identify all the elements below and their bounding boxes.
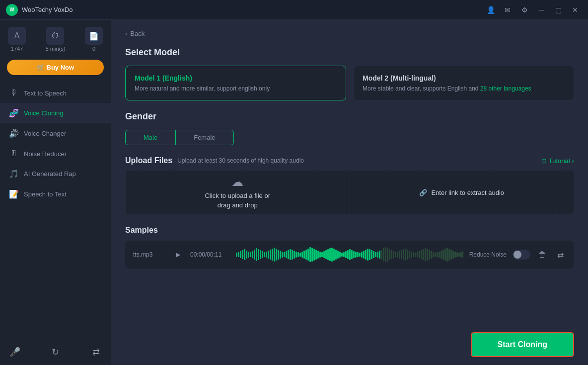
file-icon: 📄	[85, 27, 103, 45]
shuffle-sample-button[interactable]: ⇄	[554, 250, 566, 260]
app-title: WooTechy VoxDo	[22, 6, 73, 13]
delete-sample-button[interactable]: 🗑	[536, 250, 548, 259]
upload-header-left: Upload Files Upload at least 30 seconds …	[125, 156, 304, 165]
play-button[interactable]: ▶	[171, 248, 184, 261]
loop-icon[interactable]: ↻	[48, 344, 64, 360]
select-model-title: Select Model	[125, 47, 574, 58]
close-icon[interactable]: ✕	[568, 3, 582, 17]
waveform	[236, 246, 463, 264]
maximize-icon[interactable]: ▢	[551, 3, 565, 17]
speech-text-icon: 📝	[9, 189, 19, 199]
ai-rap-icon: 🎵	[9, 169, 19, 179]
back-label: Back	[130, 30, 145, 37]
toggle-knob	[514, 251, 521, 259]
back-chevron-icon: ‹	[125, 30, 127, 37]
sidebar-item-voice-changer[interactable]: 🔊 Voice Changer	[0, 123, 111, 144]
tutorial-chevron-icon: ›	[572, 157, 574, 165]
main-panel: ‹ Back Select Model Model 1 (English) Mo…	[111, 20, 588, 365]
buy-now-button[interactable]: 🛒 Buy Now	[7, 60, 104, 75]
stat-characters: A 1747	[8, 27, 26, 52]
minimize-icon[interactable]: ─	[534, 3, 548, 17]
time-icon: ⏱	[46, 27, 64, 45]
ai-rap-label: AI Generated Rap	[24, 170, 76, 178]
mail-icon[interactable]: ✉	[501, 3, 514, 17]
stat-time: ⏱ 5 min(s)	[46, 27, 66, 52]
upload-text: Click to upload a file ordrag and drop	[205, 191, 270, 210]
samples-title: Samples	[125, 226, 574, 235]
noise-reducer-label: Noise Reducer	[24, 150, 67, 158]
upload-dropzone[interactable]: ☁ Click to upload a file ordrag and drop…	[125, 170, 574, 215]
model2-title: Model 2 (Multi-lingual)	[363, 74, 565, 82]
voice-cloning-label: Voice Cloning	[24, 109, 64, 117]
tutorial-label: Tutorial	[549, 157, 570, 165]
model1-desc: More natural and more similar, support e…	[135, 85, 337, 92]
sample-filename: tts.mp3	[133, 251, 165, 258]
file-value: 0	[92, 46, 95, 52]
title-bar: W WooTechy VoxDo 👤 ✉ ⚙ ─ ▢ ✕	[0, 0, 588, 20]
noise-reducer-icon: 🎚	[9, 149, 19, 158]
main-layout: A 1747 ⏱ 5 min(s) 📄 0 🛒 Buy Now 🎙 Text t…	[0, 20, 588, 365]
tutorial-link[interactable]: ⊡ Tutorial ›	[541, 157, 574, 165]
voice-cloning-icon: 🧬	[9, 108, 19, 118]
upload-title: Upload Files	[125, 156, 172, 165]
upload-header: Upload Files Upload at least 30 seconds …	[125, 156, 574, 165]
char-icon: A	[8, 27, 26, 45]
upload-cloud-icon: ☁	[231, 175, 243, 189]
footer-bar: Start Cloning	[457, 324, 588, 365]
back-button[interactable]: ‹ Back	[125, 30, 574, 37]
text-to-speech-icon: 🎙	[9, 89, 19, 97]
voice-changer-label: Voice Changer	[24, 130, 66, 137]
reduce-noise-toggle[interactable]	[513, 250, 530, 260]
sidebar-item-ai-generated-rap[interactable]: 🎵 AI Generated Rap	[0, 164, 111, 184]
upload-link-area[interactable]: 🔗 Enter link to extract audio	[350, 171, 574, 214]
sidebar-nav: 🎙 Text to Speech 🧬 Voice Cloning 🔊 Voice…	[0, 81, 111, 339]
model-card-1[interactable]: Model 1 (English) More natural and more …	[125, 66, 346, 100]
sidebar: A 1747 ⏱ 5 min(s) 📄 0 🛒 Buy Now 🎙 Text t…	[0, 20, 111, 365]
sidebar-item-speech-to-text[interactable]: 📝 Speech to Text	[0, 184, 111, 204]
upload-section: Upload Files Upload at least 30 seconds …	[125, 156, 574, 215]
gender-tab-female[interactable]: Female	[176, 130, 233, 145]
shuffle-icon[interactable]: ⇄	[88, 344, 104, 360]
sidebar-bottom: 🎤 ↻ ⇄	[0, 339, 111, 365]
upload-link-text: Enter link to extract audio	[431, 189, 504, 196]
voice-changer-icon: 🔊	[9, 129, 19, 138]
reduce-noise-label: Reduce Noise	[469, 251, 507, 258]
sample-row: tts.mp3 ▶ 00:00/00:11 Reduce Noise 🗑 ⇄	[125, 241, 574, 269]
gender-tab-male[interactable]: Male	[126, 130, 176, 145]
start-cloning-button[interactable]: Start Cloning	[471, 332, 574, 357]
upload-hint: Upload at least 30 seconds of high quali…	[177, 157, 304, 164]
user-icon[interactable]: 👤	[484, 3, 498, 17]
stat-files: 📄 0	[85, 27, 103, 52]
settings-icon[interactable]: ⚙	[517, 3, 531, 17]
app-logo: W	[6, 4, 18, 16]
other-languages-link[interactable]: 28 other languages	[480, 85, 531, 92]
time-value: 5 min(s)	[46, 46, 66, 52]
link-icon: 🔗	[419, 189, 427, 196]
model1-title: Model 1 (English)	[135, 74, 337, 82]
title-bar-left: W WooTechy VoxDo	[6, 4, 73, 16]
samples-section: Samples tts.mp3 ▶ 00:00/00:11 Reduce Noi…	[125, 226, 574, 269]
gender-tabs: Male Female	[125, 130, 234, 145]
char-value: 1747	[11, 46, 23, 52]
microphone-bottom-icon[interactable]: 🎤	[7, 344, 23, 360]
sidebar-item-noise-reducer[interactable]: 🎚 Noise Reducer	[0, 144, 111, 164]
model2-desc: More stable and clear, supports English …	[363, 85, 565, 92]
speech-text-label: Speech to Text	[24, 190, 67, 198]
upload-click-area[interactable]: ☁ Click to upload a file ordrag and drop	[126, 171, 350, 214]
sidebar-item-voice-cloning[interactable]: 🧬 Voice Cloning	[0, 103, 111, 123]
text-to-speech-label: Text to Speech	[24, 90, 67, 97]
sidebar-item-text-to-speech[interactable]: 🎙 Text to Speech	[0, 83, 111, 103]
sample-time: 00:00/00:11	[190, 251, 230, 258]
sidebar-stats: A 1747 ⏱ 5 min(s) 📄 0	[0, 20, 111, 57]
gender-section: Gender Male Female	[125, 111, 574, 145]
model-card-2[interactable]: Model 2 (Multi-lingual) More stable and …	[353, 66, 574, 100]
model-grid: Model 1 (English) More natural and more …	[125, 66, 574, 100]
gender-title: Gender	[125, 111, 574, 122]
title-bar-right: 👤 ✉ ⚙ ─ ▢ ✕	[484, 3, 582, 17]
tutorial-icon: ⊡	[541, 157, 547, 165]
